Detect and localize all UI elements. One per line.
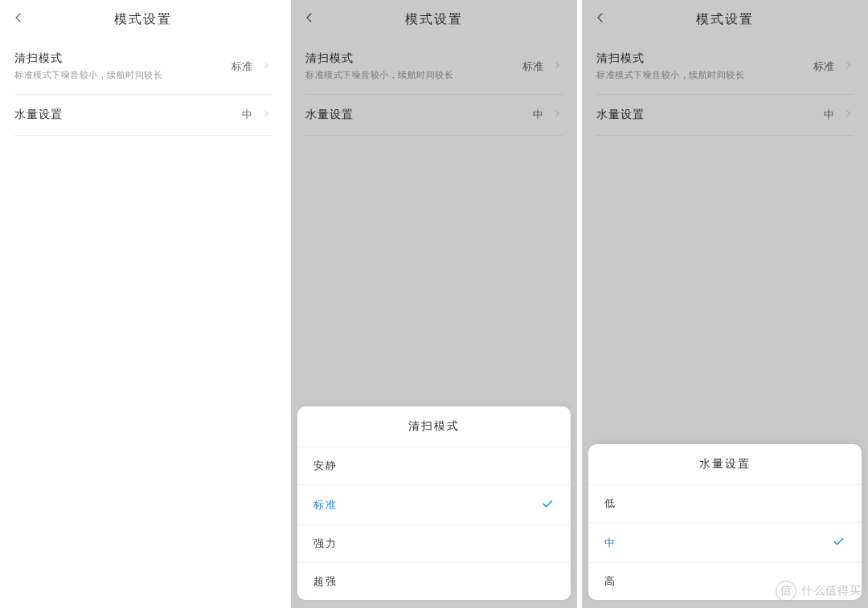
chevron-left-icon xyxy=(302,10,317,28)
page-title: 模式设置 xyxy=(696,11,754,28)
watermark-text: 什么值得买 xyxy=(801,584,862,598)
sheet-title: 水量设置 xyxy=(588,444,862,485)
chevron-right-icon xyxy=(842,108,854,122)
action-sheet-cleaning: 清扫模式 安静 标准 强力 超强 xyxy=(297,406,571,600)
back-button[interactable] xyxy=(302,0,317,39)
sheet-option-medium[interactable]: 中 xyxy=(588,523,862,563)
check-icon xyxy=(831,534,845,551)
sheet-option-quiet[interactable]: 安静 xyxy=(297,447,571,485)
back-button[interactable] xyxy=(593,0,608,39)
row-label: 清扫模式 xyxy=(14,51,231,66)
watermark: 值 什么值得买 xyxy=(776,581,862,602)
row-value: 标准 xyxy=(231,59,252,74)
header: 模式设置 xyxy=(0,0,286,39)
screen-cleaning-picker: 模式设置 清扫模式 标准模式下噪音较小，续航时间较长 标准 水量设置 中 清扫模… xyxy=(291,0,577,608)
watermark-badge-icon: 值 xyxy=(776,581,796,602)
check-icon xyxy=(540,496,555,513)
row-cleaning-mode[interactable]: 清扫模式 标准模式下噪音较小，续航时间较长 标准 xyxy=(14,39,272,95)
row-water-level[interactable]: 水量设置 中 xyxy=(305,95,563,136)
screen-water-picker: 模式设置 清扫模式 标准模式下噪音较小，续航时间较长 标准 水量设置 中 水量设… xyxy=(582,0,868,608)
sheet-title: 清扫模式 xyxy=(297,406,571,447)
chevron-right-icon xyxy=(842,59,854,74)
row-cleaning-mode[interactable]: 清扫模式 标准模式下噪音较小，续航时间较长 标准 xyxy=(305,39,563,95)
chevron-left-icon xyxy=(593,10,608,28)
sheet-option-low[interactable]: 低 xyxy=(588,485,862,523)
sheet-option-max[interactable]: 超强 xyxy=(297,563,571,600)
row-water-level[interactable]: 水量设置 中 xyxy=(14,95,272,136)
chevron-left-icon xyxy=(11,10,26,28)
row-subtitle: 标准模式下噪音较小，续航时间较长 xyxy=(14,69,231,81)
chevron-right-icon xyxy=(551,108,563,122)
page-title: 模式设置 xyxy=(405,11,463,28)
back-button[interactable] xyxy=(11,0,26,39)
sheet-option-standard[interactable]: 标准 xyxy=(297,485,571,525)
row-cleaning-mode[interactable]: 清扫模式 标准模式下噪音较小，续航时间较长 标准 xyxy=(596,39,854,95)
action-sheet-water: 水量设置 低 中 高 xyxy=(588,444,862,600)
row-label: 水量设置 xyxy=(14,108,242,122)
screen-settings: 模式设置 清扫模式 标准模式下噪音较小，续航时间较长 标准 水量设置 中 xyxy=(0,0,286,608)
row-water-level[interactable]: 水量设置 中 xyxy=(596,95,854,136)
chevron-right-icon xyxy=(551,59,563,74)
row-value: 中 xyxy=(242,108,252,122)
chevron-right-icon xyxy=(260,108,272,122)
sheet-option-strong[interactable]: 强力 xyxy=(297,525,571,563)
page-title: 模式设置 xyxy=(114,11,172,28)
chevron-right-icon xyxy=(260,59,272,74)
